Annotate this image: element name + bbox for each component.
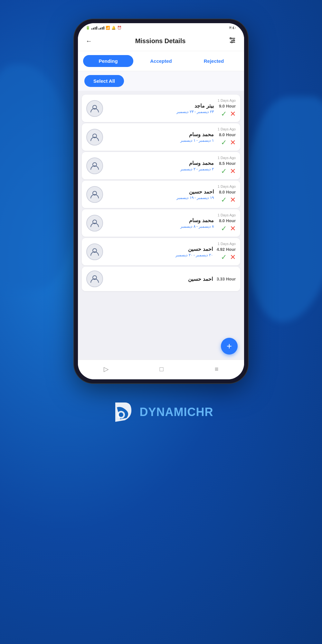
mission-card-1: بيتر ماجد ٢٣ ديسمبر - ٢٣ ديسمبر 1 Days A… bbox=[82, 95, 240, 122]
avatar-6 bbox=[86, 243, 103, 260]
card-name-4: احمد حسين bbox=[107, 189, 214, 195]
signal-icon-1 bbox=[91, 26, 97, 30]
nav-home-button[interactable]: □ bbox=[153, 364, 170, 374]
card-info-5: محمد وسام ٨ ديسمبر - ٨ ديسمبر bbox=[107, 217, 214, 229]
svg-point-3 bbox=[230, 38, 231, 39]
card-days-5: 1 Days Ago bbox=[218, 213, 236, 217]
card-info-2: محمد وسام ١ ديسمبر - ١ ديسمبر bbox=[107, 131, 214, 143]
logo-icon bbox=[109, 399, 135, 425]
back-button[interactable]: ← bbox=[84, 36, 93, 46]
mission-card-2: محمد وسام ١ ديسمبر - ١ ديسمبر 1 Days Ago… bbox=[82, 123, 240, 151]
card-hours-4: 8.0 Hour bbox=[219, 190, 236, 194]
action-icons-4: ✓ ✕ bbox=[221, 196, 236, 204]
avatar-1 bbox=[86, 100, 103, 117]
action-icons-5: ✓ ✕ bbox=[221, 224, 236, 233]
card-date-3: ٢ ديسمبر - ٢ ديسمبر bbox=[107, 167, 214, 171]
card-days-4: 1 Days Ago bbox=[218, 185, 236, 188]
card-name-3: محمد وسام bbox=[107, 160, 214, 166]
card-actions-5: 1 Days Ago 8.0 Hour ✓ ✕ bbox=[218, 213, 236, 233]
card-hours-2: 8.0 Hour bbox=[219, 132, 236, 137]
select-all-button[interactable]: Select All bbox=[84, 75, 124, 87]
card-name-7: احمد حسين bbox=[107, 276, 213, 282]
action-icons-3: ✓ ✕ bbox=[221, 167, 236, 175]
card-hours-6: 4.92 Hour bbox=[217, 247, 236, 252]
card-hours-7: 3.33 Hour bbox=[217, 277, 236, 281]
card-actions-7: 3.33 Hour bbox=[217, 277, 236, 281]
bell-icon: 🔔 bbox=[111, 26, 116, 30]
card-name-5: محمد وسام bbox=[107, 217, 214, 223]
card-date-1: ٢٣ ديسمبر - ٢٣ ديسمبر bbox=[107, 109, 214, 114]
card-actions-4: 1 Days Ago 8.0 Hour ✓ ✕ bbox=[218, 185, 236, 204]
avatar-5 bbox=[86, 215, 103, 232]
card-hours-3: 8.5 Hour bbox=[219, 161, 236, 166]
reject-button-2[interactable]: ✕ bbox=[230, 138, 236, 147]
wifi-icon: 📶 bbox=[106, 26, 110, 30]
page-title: Missions Details bbox=[135, 37, 186, 45]
reject-button-5[interactable]: ✕ bbox=[230, 224, 236, 233]
accept-button-4[interactable]: ✓ bbox=[221, 196, 227, 204]
card-days-1: 1 Days Ago bbox=[218, 99, 236, 102]
card-days-3: 1 Days Ago bbox=[218, 156, 236, 160]
mission-card-7: احمد حسين 3.33 Hour bbox=[82, 267, 240, 291]
status-bar: 🔋 📶 🔔 ⏰ bbox=[78, 23, 244, 31]
card-actions-3: 1 Days Ago 8.5 Hour ✓ ✕ bbox=[218, 156, 236, 175]
card-days-6: 1 Days Ago bbox=[218, 242, 236, 246]
mission-card-6: احمد حسين ٢٠ ديسمبر - ٢٠ ديسمبر 1 Days A… bbox=[82, 238, 240, 265]
card-date-2: ١ ديسمبر - ١ ديسمبر bbox=[107, 138, 214, 143]
phone-screen: 🔋 📶 🔔 ⏰ bbox=[78, 23, 244, 379]
bottom-nav: ▷ □ ≡ bbox=[78, 360, 244, 379]
card-info-6: احمد حسين ٢٠ ديسمبر - ٢٠ ديسمبر bbox=[107, 246, 213, 257]
tab-pending[interactable]: Pending bbox=[83, 55, 133, 67]
reject-button-1[interactable]: ✕ bbox=[230, 110, 236, 118]
phone-container: 🔋 📶 🔔 ⏰ bbox=[74, 19, 248, 383]
logo-hr: HR bbox=[196, 405, 213, 419]
accept-button-3[interactable]: ✓ bbox=[221, 167, 227, 175]
card-name-6: احمد حسين bbox=[107, 246, 213, 252]
svg-point-14 bbox=[119, 412, 123, 417]
card-actions-1: 1 Days Ago 9.0 Hour ✓ ✕ bbox=[218, 99, 236, 118]
select-all-bar: Select All bbox=[78, 71, 244, 91]
accept-button-2[interactable]: ✓ bbox=[221, 138, 227, 147]
mission-card-5: محمد وسام ٨ ديسمبر - ٨ ديسمبر 1 Days Ago… bbox=[82, 209, 240, 237]
card-name-1: بيتر ماجد bbox=[107, 103, 214, 109]
logo-section: DYNAMICHR bbox=[109, 399, 213, 425]
tab-accepted[interactable]: Accepted bbox=[136, 55, 186, 67]
nav-menu-button[interactable]: ≡ bbox=[208, 364, 225, 374]
nav-play-button[interactable]: ▷ bbox=[97, 364, 115, 374]
card-info-1: بيتر ماجد ٢٣ ديسمبر - ٢٣ ديسمبر bbox=[107, 103, 214, 114]
tab-rejected[interactable]: Rejected bbox=[189, 55, 239, 67]
phone-frame: 🔋 📶 🔔 ⏰ bbox=[74, 19, 248, 383]
mission-list: بيتر ماجد ٢٣ ديسمبر - ٢٣ ديسمبر 1 Days A… bbox=[78, 91, 244, 360]
card-actions-6: 1 Days Ago 4.92 Hour ✓ ✕ bbox=[217, 242, 236, 261]
card-info-3: محمد وسام ٢ ديسمبر - ٢ ديسمبر bbox=[107, 160, 214, 171]
accept-button-1[interactable]: ✓ bbox=[221, 110, 227, 118]
logo-text: DYNAMICHR bbox=[140, 405, 213, 419]
card-actions-2: 1 Days Ago 8.0 Hour ✓ ✕ bbox=[218, 127, 236, 147]
avatar-2 bbox=[86, 129, 103, 146]
avatar-3 bbox=[86, 157, 103, 174]
mission-card-3: محمد وسام ٢ ديسمبر - ٢ ديسمبر 1 Days Ago… bbox=[82, 152, 240, 179]
action-icons-6: ✓ ✕ bbox=[221, 253, 236, 261]
card-name-2: محمد وسام bbox=[107, 131, 214, 137]
card-days-2: 1 Days Ago bbox=[218, 127, 236, 131]
action-icons-1: ✓ ✕ bbox=[221, 110, 236, 118]
signal-icon-2 bbox=[99, 26, 104, 30]
fab-add-button[interactable]: + bbox=[221, 338, 238, 355]
filter-button[interactable] bbox=[227, 35, 238, 47]
accept-button-5[interactable]: ✓ bbox=[221, 224, 227, 233]
action-icons-2: ✓ ✕ bbox=[221, 138, 236, 147]
svg-point-5 bbox=[231, 42, 232, 43]
reject-button-3[interactable]: ✕ bbox=[230, 167, 236, 175]
time-display: ٢:٤٠ bbox=[229, 26, 236, 30]
accept-button-6[interactable]: ✓ bbox=[221, 253, 227, 261]
reject-button-4[interactable]: ✕ bbox=[230, 196, 236, 204]
avatar-7 bbox=[86, 270, 103, 287]
avatar-4 bbox=[86, 186, 103, 203]
mission-card-4: احمد حسين ١٩ ديسمبر - ١٩ ديسمبر 1 Days A… bbox=[82, 181, 240, 208]
card-hours-5: 8.0 Hour bbox=[219, 218, 236, 223]
card-date-4: ١٩ ديسمبر - ١٩ ديسمبر bbox=[107, 195, 214, 200]
status-icons-left: 🔋 📶 🔔 ⏰ bbox=[86, 26, 122, 30]
card-info-4: احمد حسين ١٩ ديسمبر - ١٩ ديسمبر bbox=[107, 189, 214, 200]
reject-button-6[interactable]: ✕ bbox=[230, 253, 236, 261]
card-date-5: ٨ ديسمبر - ٨ ديسمبر bbox=[107, 224, 214, 229]
